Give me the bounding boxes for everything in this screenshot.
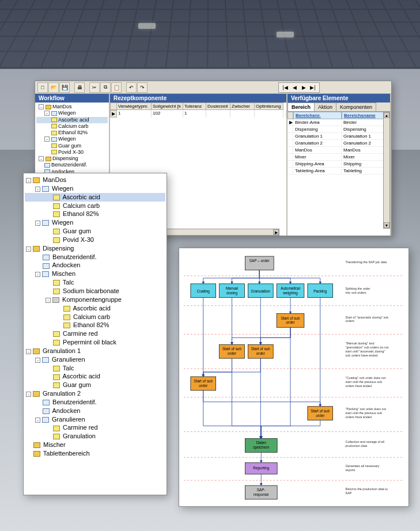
grid-col-header[interactable]: Dosierzeit bbox=[206, 103, 230, 110]
grid-cell[interactable]: 102 bbox=[152, 110, 183, 117]
tree-node[interactable]: Ascorbic acid bbox=[36, 117, 108, 123]
toolbar-button-cut[interactable]: ✂ bbox=[89, 82, 100, 93]
toolbar-button-paste[interactable]: 📋 bbox=[111, 82, 122, 93]
tree-node[interactable]: Talc bbox=[25, 278, 165, 287]
tree-node[interactable]: Ascorbic acid bbox=[25, 304, 165, 313]
tree-node[interactable]: -Wiegen bbox=[36, 110, 108, 116]
grid-cell[interactable] bbox=[230, 110, 255, 117]
vertical-scrollbar[interactable]: ▲ ▼ bbox=[383, 112, 390, 229]
tree-node[interactable]: - Komponentengruppe bbox=[25, 295, 165, 304]
tab-aktion[interactable]: Aktion bbox=[314, 103, 336, 111]
nav-prev-button[interactable]: ◀ bbox=[290, 84, 298, 92]
tree-node[interactable]: Pepermint oil black bbox=[25, 338, 165, 347]
scroll-down-button[interactable]: ▼ bbox=[384, 222, 389, 228]
tree-node[interactable]: Mischer bbox=[25, 441, 165, 449]
tree-node[interactable]: Guar gum bbox=[36, 143, 108, 149]
tree-node[interactable]: Calcium carb bbox=[25, 313, 165, 321]
grid-cell[interactable]: 1 bbox=[117, 110, 152, 117]
nav-first-button[interactable]: |◀ bbox=[281, 84, 289, 92]
tree-node[interactable]: Benutzeridentif. bbox=[36, 162, 108, 168]
toolbar-button-open[interactable]: 📂 bbox=[48, 82, 59, 93]
tree-node[interactable]: Calcium carb bbox=[25, 202, 165, 210]
bereich-row[interactable]: MixerMixer bbox=[287, 154, 390, 161]
tree-node[interactable]: - ManDos bbox=[25, 176, 165, 184]
expand-icon[interactable]: - bbox=[39, 104, 44, 109]
toolbar-button-copy[interactable]: ⧉ bbox=[100, 82, 111, 93]
grid-col-header[interactable]: Optimierung bbox=[255, 103, 283, 110]
tab-komponenten[interactable]: Komponenten bbox=[336, 103, 376, 111]
expand-icon[interactable]: - bbox=[39, 156, 44, 161]
expand-icon[interactable]: - bbox=[35, 358, 40, 363]
tree-node[interactable]: Ethanol 82% bbox=[25, 210, 165, 218]
tree-node[interactable]: Granulation bbox=[25, 432, 165, 441]
tree-node[interactable]: - Granulieren bbox=[25, 355, 165, 364]
grid-cell[interactable] bbox=[283, 110, 286, 117]
tree-node[interactable]: Benutzeridentif. bbox=[25, 398, 165, 407]
tree-node[interactable]: Tablettenbereich bbox=[25, 449, 165, 458]
bereich-row[interactable]: Granulation 2Granulation 2 bbox=[287, 140, 390, 147]
tree-node[interactable]: - Granulieren bbox=[25, 415, 165, 424]
tree-node[interactable]: Sodium bicarbonate bbox=[25, 287, 165, 295]
expand-icon[interactable]: - bbox=[35, 418, 40, 423]
tree-node[interactable]: Povid X-30 bbox=[25, 236, 165, 244]
bereich-row[interactable]: ManDosManDos bbox=[287, 147, 390, 154]
tree-node[interactable]: Talc bbox=[25, 364, 165, 373]
tree-node[interactable]: Guar gum bbox=[25, 381, 165, 389]
grid-cell[interactable]: ▶ bbox=[110, 110, 117, 117]
expand-icon[interactable]: - bbox=[46, 298, 51, 303]
expand-icon[interactable]: - bbox=[26, 178, 31, 183]
bereich-row[interactable]: DispensingDispensing bbox=[287, 126, 390, 133]
tree-node[interactable]: - Granulation 2 bbox=[25, 389, 165, 398]
nav-next-button[interactable]: ▶ bbox=[300, 84, 308, 92]
tree-node[interactable]: Ascorbic acid bbox=[25, 193, 165, 202]
expand-icon[interactable]: - bbox=[35, 187, 40, 192]
tree-node[interactable]: Carmine red bbox=[25, 423, 165, 432]
tree-node[interactable]: Andocken bbox=[25, 261, 165, 270]
bereich-row[interactable]: ▶Binder-AreaBinder bbox=[287, 119, 390, 126]
tree-node[interactable]: Benutzeridentif. bbox=[25, 253, 165, 261]
tree-node[interactable]: - Mischen bbox=[25, 270, 165, 278]
tree-node[interactable]: - Dispensing bbox=[25, 244, 165, 253]
tree-node[interactable]: -ManDos bbox=[36, 104, 108, 110]
tree-node[interactable]: Ethanol 82% bbox=[36, 130, 108, 136]
grid-cell[interactable]: 1 bbox=[183, 110, 206, 117]
tree-node[interactable]: Carmine red bbox=[25, 329, 165, 338]
expand-icon[interactable]: - bbox=[35, 221, 40, 226]
grid-col-header[interactable]: Verwiegetypnr. bbox=[117, 103, 152, 110]
nav-last-button[interactable]: ▶| bbox=[309, 84, 317, 92]
col-bereichsnr[interactable]: Bereichsnr. bbox=[293, 112, 342, 119]
grid-cell[interactable] bbox=[255, 110, 283, 117]
tree-node[interactable]: - Wiegen bbox=[25, 218, 165, 227]
grid-col-header[interactable] bbox=[110, 103, 117, 110]
grid-data-row[interactable]: ▶11021 bbox=[110, 110, 286, 117]
tree-node[interactable]: Ascorbic acid bbox=[25, 372, 165, 381]
tree-node[interactable]: Povid X-30 bbox=[36, 149, 108, 155]
bereich-row[interactable]: Shipping-AreaShipping bbox=[287, 161, 390, 168]
grid-col-header[interactable]: Zwischer bbox=[230, 103, 255, 110]
toolbar-button-save[interactable]: 💾 bbox=[59, 82, 70, 93]
scroll-right-button[interactable]: ▶ bbox=[273, 229, 279, 235]
toolbar-button-new[interactable]: □ bbox=[37, 82, 48, 93]
expand-icon[interactable]: - bbox=[26, 349, 31, 354]
tab-bereich[interactable]: Bereich bbox=[287, 103, 315, 111]
tree-node[interactable]: Andocken bbox=[25, 407, 165, 415]
tree-node[interactable]: Ethanol 82% bbox=[25, 321, 165, 329]
expand-icon[interactable]: - bbox=[44, 111, 50, 116]
bereich-row[interactable]: Granulation 1Granulation 1 bbox=[287, 133, 390, 140]
tree-node[interactable]: -Dispensing bbox=[36, 155, 108, 162]
grid-cell[interactable] bbox=[206, 110, 230, 117]
scroll-up-button[interactable]: ▲ bbox=[384, 112, 389, 118]
expand-icon[interactable]: - bbox=[26, 246, 31, 252]
expand-icon[interactable]: - bbox=[26, 392, 31, 397]
tree-node[interactable]: - Wiegen bbox=[25, 184, 165, 193]
tree-node[interactable]: Guar gum bbox=[25, 227, 165, 236]
tree-node[interactable]: Calcium carb bbox=[36, 123, 108, 130]
bereich-row[interactable]: Tableting-AreaTableting bbox=[287, 168, 390, 175]
workflow-tree-enlarged[interactable]: - ManDos- Wiegen Ascorbic acid Calcium c… bbox=[23, 173, 167, 495]
expand-icon[interactable]: - bbox=[35, 272, 40, 277]
tree-node[interactable]: - Granulation 1 bbox=[25, 347, 165, 355]
grid-col-header[interactable]: Toleranz bbox=[183, 103, 206, 110]
tree-node[interactable]: -Wiegen bbox=[36, 136, 108, 142]
expand-icon[interactable]: - bbox=[44, 136, 50, 142]
grid-col-header[interactable]: Sollgewicht [k bbox=[152, 103, 183, 110]
